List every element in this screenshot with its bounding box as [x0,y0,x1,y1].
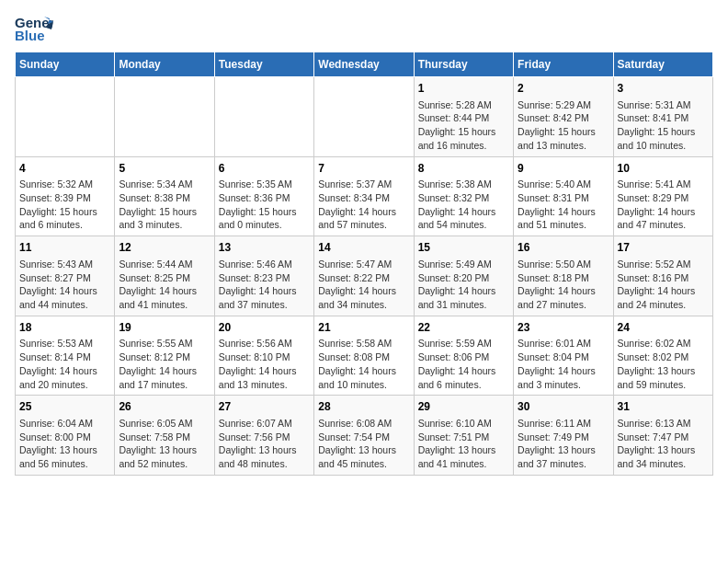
day-info: Sunrise: 5:58 AM Sunset: 8:08 PM Dayligh… [318,337,409,391]
weekday-header: Thursday [414,52,513,77]
calendar-cell: 3Sunrise: 5:31 AM Sunset: 8:41 PM Daylig… [613,77,712,157]
calendar-cell: 29Sunrise: 6:10 AM Sunset: 7:51 PM Dayli… [414,396,513,476]
day-info: Sunrise: 6:07 AM Sunset: 7:56 PM Dayligh… [219,417,310,471]
weekday-header: Friday [514,52,613,77]
calendar-cell: 27Sunrise: 6:07 AM Sunset: 7:56 PM Dayli… [214,396,313,476]
calendar-cell: 28Sunrise: 6:08 AM Sunset: 7:54 PM Dayli… [314,396,414,476]
day-info: Sunrise: 6:10 AM Sunset: 7:51 PM Dayligh… [418,417,509,471]
day-number: 9 [518,161,609,177]
day-number: 14 [318,240,409,256]
calendar-cell: 2Sunrise: 5:29 AM Sunset: 8:42 PM Daylig… [514,77,613,157]
day-number: 26 [119,399,210,415]
calendar-cell: 10Sunrise: 5:41 AM Sunset: 8:29 PM Dayli… [613,156,712,236]
day-number: 29 [418,399,509,415]
day-number: 18 [19,320,110,336]
day-number: 8 [418,161,509,177]
weekday-header: Saturday [613,52,712,77]
weekday-header-row: SundayMondayTuesdayWednesdayThursdayFrid… [16,52,713,77]
day-info: Sunrise: 5:40 AM Sunset: 8:31 PM Dayligh… [518,178,609,232]
day-number: 28 [318,399,409,415]
day-number: 30 [518,399,609,415]
day-info: Sunrise: 5:56 AM Sunset: 8:10 PM Dayligh… [219,337,310,391]
calendar-week-row: 4Sunrise: 5:32 AM Sunset: 8:39 PM Daylig… [16,156,713,236]
svg-text:Blue: Blue [15,28,45,43]
calendar-cell [115,77,214,157]
calendar-cell: 16Sunrise: 5:50 AM Sunset: 8:18 PM Dayli… [514,236,613,316]
day-info: Sunrise: 6:13 AM Sunset: 7:47 PM Dayligh… [618,417,709,471]
calendar-cell [314,77,414,157]
day-info: Sunrise: 6:08 AM Sunset: 7:54 PM Dayligh… [318,417,409,471]
calendar-cell: 11Sunrise: 5:43 AM Sunset: 8:27 PM Dayli… [16,236,115,316]
calendar-cell: 22Sunrise: 5:59 AM Sunset: 8:06 PM Dayli… [414,316,513,396]
day-number: 5 [119,161,210,177]
day-info: Sunrise: 5:35 AM Sunset: 8:36 PM Dayligh… [219,178,310,232]
day-number: 22 [418,320,509,336]
calendar-cell: 20Sunrise: 5:56 AM Sunset: 8:10 PM Dayli… [214,316,313,396]
day-number: 12 [119,240,210,256]
page-header: General Blue [15,15,713,44]
day-info: Sunrise: 5:46 AM Sunset: 8:23 PM Dayligh… [219,258,310,312]
calendar-table: SundayMondayTuesdayWednesdayThursdayFrid… [15,52,713,476]
day-info: Sunrise: 5:44 AM Sunset: 8:25 PM Dayligh… [119,258,210,312]
calendar-cell: 19Sunrise: 5:55 AM Sunset: 8:12 PM Dayli… [115,316,214,396]
calendar-cell: 7Sunrise: 5:37 AM Sunset: 8:34 PM Daylig… [314,156,414,236]
calendar-cell: 5Sunrise: 5:34 AM Sunset: 8:38 PM Daylig… [115,156,214,236]
day-number: 20 [219,320,310,336]
day-number: 24 [618,320,709,336]
day-info: Sunrise: 5:31 AM Sunset: 8:41 PM Dayligh… [618,98,709,153]
calendar-cell: 14Sunrise: 5:47 AM Sunset: 8:22 PM Dayli… [314,236,414,316]
weekday-header: Wednesday [314,52,414,77]
day-info: Sunrise: 5:41 AM Sunset: 8:29 PM Dayligh… [618,178,709,232]
day-number: 13 [219,240,310,256]
calendar-week-row: 11Sunrise: 5:43 AM Sunset: 8:27 PM Dayli… [16,236,713,316]
day-info: Sunrise: 5:37 AM Sunset: 8:34 PM Dayligh… [318,178,409,232]
calendar-cell [214,77,313,157]
logo-icon: General Blue [15,15,53,44]
day-info: Sunrise: 5:32 AM Sunset: 8:39 PM Dayligh… [19,178,110,232]
weekday-header: Tuesday [214,52,313,77]
day-info: Sunrise: 6:05 AM Sunset: 7:58 PM Dayligh… [119,417,210,471]
day-number: 1 [418,81,509,97]
day-number: 10 [618,161,709,177]
day-number: 21 [318,320,409,336]
calendar-cell: 15Sunrise: 5:49 AM Sunset: 8:20 PM Dayli… [414,236,513,316]
weekday-header: Monday [115,52,214,77]
day-number: 15 [418,240,509,256]
day-number: 31 [618,399,709,415]
calendar-cell: 8Sunrise: 5:38 AM Sunset: 8:32 PM Daylig… [414,156,513,236]
day-info: Sunrise: 6:04 AM Sunset: 8:00 PM Dayligh… [19,417,110,471]
day-info: Sunrise: 5:28 AM Sunset: 8:44 PM Dayligh… [418,98,509,153]
calendar-cell: 4Sunrise: 5:32 AM Sunset: 8:39 PM Daylig… [16,156,115,236]
logo: General Blue [15,15,53,44]
calendar-cell: 26Sunrise: 6:05 AM Sunset: 7:58 PM Dayli… [115,396,214,476]
calendar-cell: 23Sunrise: 6:01 AM Sunset: 8:04 PM Dayli… [514,316,613,396]
day-number: 4 [19,161,110,177]
day-number: 2 [518,81,609,97]
day-info: Sunrise: 5:29 AM Sunset: 8:42 PM Dayligh… [518,98,609,153]
day-number: 11 [19,240,110,256]
calendar-cell: 30Sunrise: 6:11 AM Sunset: 7:49 PM Dayli… [514,396,613,476]
calendar-cell: 25Sunrise: 6:04 AM Sunset: 8:00 PM Dayli… [16,396,115,476]
day-info: Sunrise: 6:01 AM Sunset: 8:04 PM Dayligh… [518,337,609,391]
calendar-week-row: 1Sunrise: 5:28 AM Sunset: 8:44 PM Daylig… [16,77,713,157]
day-number: 3 [618,81,709,97]
calendar-week-row: 18Sunrise: 5:53 AM Sunset: 8:14 PM Dayli… [16,316,713,396]
day-info: Sunrise: 6:11 AM Sunset: 7:49 PM Dayligh… [518,417,609,471]
calendar-cell: 6Sunrise: 5:35 AM Sunset: 8:36 PM Daylig… [214,156,313,236]
day-number: 17 [618,240,709,256]
day-info: Sunrise: 5:53 AM Sunset: 8:14 PM Dayligh… [19,337,110,391]
weekday-header: Sunday [16,52,115,77]
calendar-cell: 18Sunrise: 5:53 AM Sunset: 8:14 PM Dayli… [16,316,115,396]
day-number: 25 [19,399,110,415]
day-info: Sunrise: 5:59 AM Sunset: 8:06 PM Dayligh… [418,337,509,391]
day-number: 19 [119,320,210,336]
calendar-cell: 12Sunrise: 5:44 AM Sunset: 8:25 PM Dayli… [115,236,214,316]
day-number: 27 [219,399,310,415]
day-info: Sunrise: 5:43 AM Sunset: 8:27 PM Dayligh… [19,258,110,312]
day-number: 6 [219,161,310,177]
day-info: Sunrise: 5:38 AM Sunset: 8:32 PM Dayligh… [418,178,509,232]
day-info: Sunrise: 6:02 AM Sunset: 8:02 PM Dayligh… [618,337,709,391]
calendar-cell: 31Sunrise: 6:13 AM Sunset: 7:47 PM Dayli… [613,396,712,476]
calendar-cell: 1Sunrise: 5:28 AM Sunset: 8:44 PM Daylig… [414,77,513,157]
day-info: Sunrise: 5:52 AM Sunset: 8:16 PM Dayligh… [618,258,709,312]
